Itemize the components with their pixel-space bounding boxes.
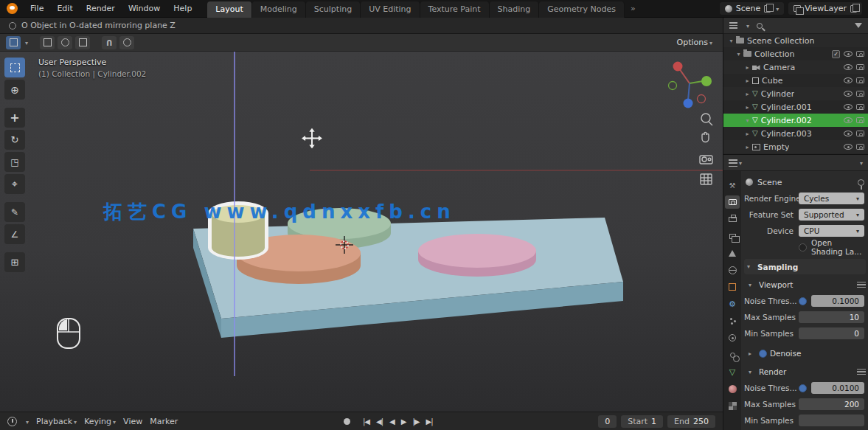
hide-in-viewport-icon[interactable] bbox=[844, 117, 853, 123]
select-mode-tweak-button[interactable] bbox=[40, 36, 55, 49]
play-button[interactable]: ▶ bbox=[401, 417, 406, 426]
expand-toggle[interactable] bbox=[743, 144, 752, 150]
expand-toggle[interactable] bbox=[726, 38, 736, 44]
annotate-tool-button[interactable] bbox=[4, 202, 25, 222]
outliner-row-cylinder-001[interactable]: Cylinder.001 bbox=[723, 100, 868, 114]
disable-in-renders-icon[interactable] bbox=[856, 104, 864, 110]
hide-in-viewport-icon[interactable] bbox=[844, 104, 853, 110]
snap-magnet-button[interactable] bbox=[102, 36, 117, 49]
add-cube-tool-button[interactable] bbox=[4, 252, 25, 272]
proportional-edit-button[interactable] bbox=[119, 36, 134, 49]
expand-toggle[interactable] bbox=[743, 104, 752, 111]
min-samples-field[interactable]: 0 bbox=[799, 327, 864, 339]
noise-threshold-checkbox[interactable] bbox=[799, 297, 807, 305]
expand-toggle[interactable] bbox=[743, 117, 752, 124]
hide-in-viewport-icon[interactable] bbox=[844, 64, 853, 70]
measure-tool-button[interactable] bbox=[4, 224, 25, 244]
hide-in-viewport-icon[interactable] bbox=[844, 91, 853, 97]
current-frame-field[interactable]: 0 bbox=[598, 415, 617, 428]
outliner-row-cylinder-002-active[interactable]: Cylinder.002 bbox=[723, 114, 868, 127]
gizmo-neg-x-axis[interactable] bbox=[698, 95, 706, 103]
tab-geometry-nodes[interactable]: Geometry Nodes bbox=[539, 1, 625, 18]
menu-file[interactable]: File bbox=[24, 0, 50, 17]
select-box-tool-button[interactable] bbox=[4, 58, 25, 77]
outliner-row-scene-collection[interactable]: Scene Collection bbox=[723, 34, 868, 47]
tab-scene-properties[interactable] bbox=[725, 246, 740, 260]
disable-in-renders-icon[interactable] bbox=[856, 91, 864, 97]
tab-object-data-properties[interactable] bbox=[725, 365, 740, 378]
camera-view-icon[interactable] bbox=[700, 156, 712, 164]
tab-uv-editing[interactable]: UV Editing bbox=[361, 1, 420, 18]
blender-logo-icon[interactable] bbox=[7, 3, 18, 14]
menu-help[interactable]: Help bbox=[167, 0, 198, 17]
prev-keyframe-button[interactable]: ◀| bbox=[376, 417, 383, 426]
noise-threshold-slider[interactable]: 0.1000 bbox=[811, 295, 864, 307]
editor-type-button[interactable] bbox=[6, 36, 21, 49]
tab-world-properties[interactable] bbox=[725, 263, 740, 277]
feature-set-dropdown[interactable]: Supported bbox=[799, 209, 864, 221]
tab-object-properties[interactable] bbox=[725, 280, 740, 294]
max-samples-field[interactable]: 10 bbox=[799, 311, 864, 323]
display-mode-icon[interactable] bbox=[729, 22, 737, 29]
tab-modeling[interactable]: Modeling bbox=[252, 1, 306, 18]
transform-tool-button[interactable] bbox=[4, 174, 25, 194]
tab-texture-paint[interactable]: Texture Paint bbox=[420, 1, 490, 18]
tab-constraint-properties[interactable] bbox=[725, 348, 740, 361]
device-dropdown[interactable]: CPU bbox=[799, 225, 864, 237]
noise-threshold-checkbox[interactable] bbox=[799, 384, 807, 392]
tab-texture-properties[interactable] bbox=[725, 399, 740, 412]
outliner-row-collection[interactable]: Collection bbox=[723, 47, 868, 60]
pin-icon[interactable] bbox=[858, 179, 864, 186]
search-icon[interactable] bbox=[757, 23, 763, 29]
noise-threshold-slider[interactable]: 0.0100 bbox=[811, 382, 864, 394]
render-subsection-header[interactable]: Render bbox=[749, 364, 866, 379]
jump-to-start-button[interactable]: |◀ bbox=[363, 417, 369, 426]
preset-menu-icon[interactable] bbox=[857, 282, 866, 288]
hide-in-viewport-icon[interactable] bbox=[844, 144, 853, 150]
gizmo-neg-y-axis[interactable] bbox=[669, 82, 677, 90]
min-samples-field[interactable] bbox=[799, 415, 864, 426]
menu-window[interactable]: Window bbox=[122, 0, 167, 17]
outliner-row-cylinder[interactable]: Cylinder bbox=[723, 87, 868, 100]
scene-selector[interactable]: Scene bbox=[720, 2, 785, 15]
move-tool-button[interactable] bbox=[4, 108, 25, 128]
max-samples-field[interactable]: 200 bbox=[799, 398, 864, 410]
3d-viewport[interactable]: 拓艺CG www.qdnxxfb.cn User Perspective (1)… bbox=[0, 52, 723, 412]
next-keyframe-button[interactable]: |▶ bbox=[412, 417, 419, 426]
options-button[interactable]: Options bbox=[677, 38, 712, 47]
tab-particle-properties[interactable] bbox=[725, 314, 740, 327]
denoise-checkbox[interactable] bbox=[759, 350, 767, 358]
auto-key-record-button[interactable] bbox=[344, 418, 350, 425]
properties-editor-caret[interactable] bbox=[737, 158, 742, 167]
disable-in-renders-icon[interactable] bbox=[856, 51, 864, 57]
properties-filter-caret[interactable] bbox=[858, 158, 863, 167]
properties-editor-icon[interactable] bbox=[729, 159, 737, 167]
view-menu[interactable]: View bbox=[123, 417, 142, 426]
play-reverse-button[interactable]: ◀ bbox=[389, 417, 395, 426]
tab-shading[interactable]: Shading bbox=[490, 1, 540, 18]
view-layer-selector[interactable]: ViewLayer bbox=[788, 2, 862, 15]
osl-checkbox[interactable] bbox=[799, 243, 807, 252]
menu-edit[interactable]: Edit bbox=[50, 0, 79, 17]
scene-dropdown-caret[interactable] bbox=[774, 4, 779, 13]
preset-menu-icon[interactable] bbox=[857, 369, 866, 375]
gizmo-z-axis[interactable] bbox=[684, 99, 693, 108]
frame-start-field[interactable]: Start 1 bbox=[621, 415, 663, 428]
timeline-editor-caret[interactable] bbox=[24, 417, 29, 426]
outliner-row-empty[interactable]: Empty bbox=[723, 140, 868, 153]
hide-in-viewport-icon[interactable] bbox=[844, 77, 853, 83]
scale-tool-button[interactable] bbox=[4, 152, 25, 172]
outliner-row-camera[interactable]: Camera bbox=[723, 60, 868, 74]
select-mode-box-button[interactable] bbox=[75, 36, 90, 49]
expand-toggle[interactable] bbox=[743, 64, 752, 71]
hide-in-viewport-icon[interactable] bbox=[844, 51, 853, 57]
outliner-row-cylinder-003[interactable]: Cylinder.003 bbox=[723, 127, 868, 140]
navigation-gizmo[interactable] bbox=[669, 62, 712, 108]
filter-icon[interactable] bbox=[855, 23, 862, 28]
tab-material-properties[interactable] bbox=[725, 382, 740, 395]
expand-toggle[interactable] bbox=[743, 131, 752, 137]
keying-menu[interactable]: Keying bbox=[84, 417, 116, 426]
tab-sculpting[interactable]: Sculpting bbox=[306, 1, 361, 18]
frame-end-field[interactable]: End 250 bbox=[667, 415, 715, 428]
tab-physics-properties[interactable] bbox=[725, 331, 740, 344]
